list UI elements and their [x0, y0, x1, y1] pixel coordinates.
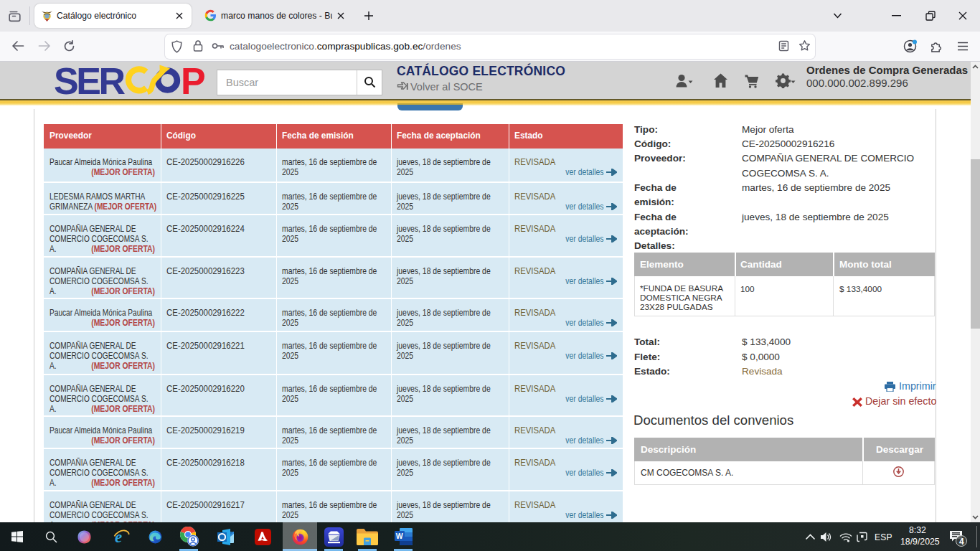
- svg-text:P: P: [181, 62, 206, 100]
- svg-text:SER: SER: [54, 62, 126, 100]
- svg-text:W: W: [395, 532, 402, 540]
